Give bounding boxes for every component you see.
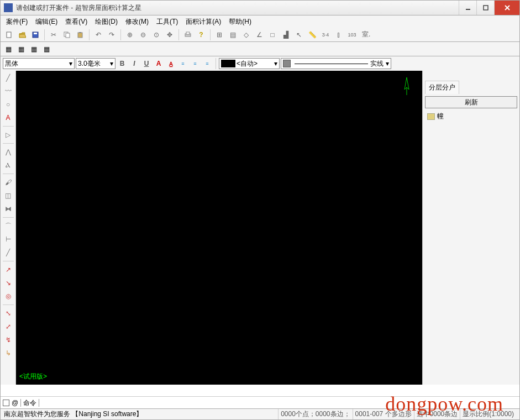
node-red2-icon[interactable]: ↘ bbox=[2, 277, 14, 289]
snap4-icon[interactable]: ↳ bbox=[2, 347, 14, 359]
node-red-icon[interactable]: ↗ bbox=[2, 264, 14, 276]
status-polys: 0001-007 个多边形 bbox=[353, 409, 414, 419]
snap2-icon[interactable]: ⤢ bbox=[2, 321, 14, 333]
circle-tool-icon[interactable]: ○ bbox=[2, 98, 14, 111]
zoom-out-icon[interactable]: ⊖ bbox=[137, 29, 149, 41]
layer3-icon[interactable]: ▦ bbox=[28, 44, 39, 55]
square-icon[interactable]: □ bbox=[266, 29, 279, 41]
maximize-button[interactable] bbox=[476, 1, 494, 15]
menu-area[interactable]: 面积计算(A) bbox=[183, 16, 223, 28]
font-color2-button[interactable]: A̲ bbox=[165, 58, 176, 69]
undo-icon[interactable]: ↶ bbox=[92, 29, 104, 41]
status-left: 南京超智软件为您服务 【Nanjing SI software】 bbox=[4, 410, 278, 419]
polyline-tool-icon[interactable]: 〰 bbox=[2, 85, 14, 97]
menu-bar: 案件(F) 编辑(E) 查看(V) 绘图(D) 修改(M) 工具(T) 面积计算… bbox=[0, 15, 520, 28]
angle-icon[interactable]: ∠ bbox=[253, 29, 265, 41]
redo-icon[interactable]: ↷ bbox=[106, 29, 118, 41]
copy-icon[interactable] bbox=[61, 29, 73, 41]
mirror-tool-icon[interactable]: ⧓ bbox=[2, 203, 14, 215]
italic-button[interactable]: I bbox=[129, 58, 140, 69]
menu-file[interactable]: 案件(F) bbox=[4, 16, 30, 28]
dimension-tool-icon[interactable]: Ⲁ bbox=[2, 159, 14, 171]
status-sel: 选中0000条边 bbox=[414, 409, 460, 419]
bold-button[interactable]: B bbox=[117, 58, 128, 69]
menu-help[interactable]: 帮助(H) bbox=[227, 16, 254, 28]
room-button[interactable]: 室. bbox=[359, 29, 373, 41]
menu-view[interactable]: 查看(V) bbox=[63, 16, 90, 28]
tab-layers[interactable]: 分层分户 bbox=[425, 81, 459, 94]
align-right-icon[interactable]: ≡ bbox=[202, 58, 213, 69]
refresh-button[interactable]: 刷新 bbox=[425, 96, 517, 108]
open-icon[interactable] bbox=[16, 29, 28, 41]
save-icon[interactable] bbox=[29, 29, 41, 41]
drawing-canvas[interactable]: <试用版> bbox=[16, 71, 422, 385]
command-line[interactable]: @ 命令 bbox=[1, 397, 519, 409]
size-value: 3.0毫米 bbox=[78, 59, 101, 69]
grid-icon[interactable]: ⊞ bbox=[213, 29, 225, 41]
app-icon bbox=[4, 3, 13, 12]
stairs-icon[interactable]: ▟ bbox=[280, 29, 292, 41]
menu-modify[interactable]: 修改(M) bbox=[123, 16, 151, 28]
arrow-icon[interactable]: ↖ bbox=[293, 29, 305, 41]
ortho-tool-icon[interactable]: ⊢ bbox=[2, 233, 14, 245]
paste-icon[interactable] bbox=[74, 29, 86, 41]
color-swatch bbox=[221, 60, 235, 67]
svg-rect-1 bbox=[484, 6, 488, 10]
print-icon[interactable] bbox=[182, 29, 194, 41]
help-icon[interactable]: ? bbox=[195, 29, 207, 41]
new-icon[interactable] bbox=[3, 29, 15, 41]
status-scale: 显示比例(1:0000) bbox=[460, 409, 516, 419]
pan-icon[interactable]: ✥ bbox=[164, 29, 176, 41]
paint-tool-icon[interactable]: 🖌 bbox=[2, 176, 14, 188]
size-combo[interactable]: 3.0毫米▾ bbox=[76, 58, 115, 69]
snap1-icon[interactable]: ⤡ bbox=[2, 307, 14, 319]
svg-rect-10 bbox=[79, 32, 81, 33]
zoom-in-icon[interactable]: ⊕ bbox=[124, 29, 136, 41]
split-icon[interactable]: ⫿ bbox=[333, 29, 345, 41]
erase-tool-icon[interactable]: ◫ bbox=[2, 190, 14, 202]
linestyle-combo[interactable]: 实线▾ bbox=[281, 58, 391, 69]
minimize-button[interactable] bbox=[459, 1, 476, 15]
compass-icon bbox=[401, 76, 412, 96]
align-center-icon[interactable]: ≡ bbox=[190, 58, 201, 69]
color-combo[interactable]: <自动>▾ bbox=[219, 58, 280, 69]
menu-edit[interactable]: 编辑(E) bbox=[33, 16, 60, 28]
menu-draw[interactable]: 绘图(D) bbox=[93, 16, 120, 28]
snap3-icon[interactable]: ↯ bbox=[2, 334, 14, 346]
ruler-icon[interactable]: 📏 bbox=[306, 29, 318, 41]
cmd-checkbox[interactable] bbox=[3, 400, 9, 406]
cut-icon[interactable]: ✂ bbox=[48, 29, 60, 41]
unit-icon[interactable]: 103 bbox=[346, 29, 358, 41]
font-color-button[interactable]: A bbox=[153, 58, 164, 69]
wall-icon[interactable]: ▤ bbox=[227, 29, 239, 41]
cmd-prompt: 命令 bbox=[23, 398, 36, 408]
align-left-icon[interactable]: ≡ bbox=[177, 58, 188, 69]
chevron-down-icon: ▾ bbox=[384, 60, 389, 67]
close-button[interactable] bbox=[494, 1, 519, 15]
right-panel: 分层分户 刷新 幢 bbox=[422, 71, 519, 385]
tree-view[interactable]: 幢 bbox=[425, 112, 517, 121]
chevron-down-icon: ▾ bbox=[272, 60, 277, 67]
cmd-at: @ bbox=[12, 399, 18, 407]
text-tool-icon[interactable]: A bbox=[2, 112, 14, 124]
svg-rect-6 bbox=[34, 33, 37, 34]
svg-rect-12 bbox=[186, 32, 190, 34]
target-icon[interactable]: ◎ bbox=[2, 290, 14, 302]
layer2-icon[interactable]: ▦ bbox=[15, 44, 27, 55]
trial-label: <试用版> bbox=[19, 372, 47, 381]
measure-tool-icon[interactable]: ⋀ bbox=[2, 146, 14, 158]
arc-tool-icon[interactable]: ⌒ bbox=[2, 220, 14, 232]
layer1-icon[interactable]: ▦ bbox=[3, 44, 14, 55]
layer4-icon[interactable]: ▦ bbox=[41, 44, 52, 55]
line-tool-icon[interactable]: ╱ bbox=[2, 72, 14, 84]
measure-icon[interactable]: 3·4 bbox=[319, 29, 332, 41]
font-combo[interactable]: 黑体▾ bbox=[3, 58, 75, 69]
diag-tool-icon[interactable]: ╱ bbox=[2, 246, 14, 259]
color-value: <自动> bbox=[237, 59, 258, 69]
diamond-icon[interactable]: ◇ bbox=[240, 29, 252, 41]
underline-button[interactable]: U bbox=[141, 58, 152, 69]
title-bar: 请创建或打开案件 - 超智房屋面积计算之星 bbox=[0, 0, 520, 15]
select-tool-icon[interactable]: ▷ bbox=[2, 129, 14, 141]
menu-tools[interactable]: 工具(T) bbox=[154, 16, 180, 28]
zoom-fit-icon[interactable]: ⊙ bbox=[150, 29, 162, 41]
